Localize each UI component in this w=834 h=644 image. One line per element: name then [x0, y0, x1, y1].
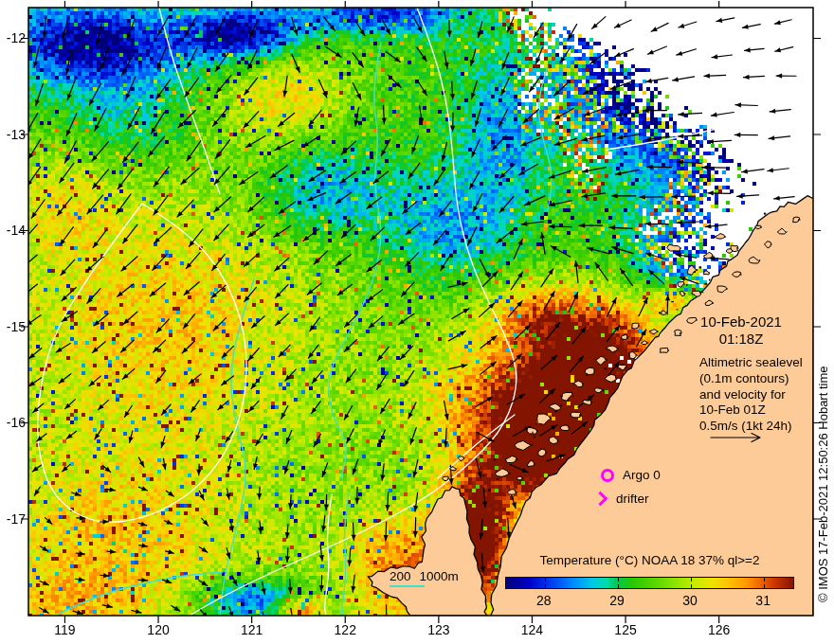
colorbar-tick-mark	[545, 584, 546, 588]
argo-float-marker-icon	[601, 469, 614, 482]
colorbar-tick-mark	[764, 584, 765, 588]
drifter-label: drifter	[616, 492, 649, 506]
bathymetry-legend: 2001000m	[390, 569, 467, 583]
colorbar-tick-mark	[691, 584, 692, 588]
altimetry-info-block: Altimetric sealevel (0.1m contours) and …	[699, 355, 803, 435]
colorbar-tick-label: 30	[676, 593, 704, 608]
colorbar-tick-mark	[691, 578, 692, 581]
lon-tick-label: 119	[50, 622, 79, 637]
lat-tick-label: -14	[1, 223, 26, 238]
argo-float-label: Argo 0	[623, 468, 661, 482]
colorbar-tick-mark	[545, 578, 546, 581]
info-line: (0.1m contours)	[699, 371, 803, 387]
lon-tick-label: 126	[705, 622, 734, 637]
lon-tick-label: 125	[611, 622, 640, 637]
timestamp-block: 10-Feb-2021 01:18Z	[666, 313, 816, 348]
colorbar-tick-mark	[618, 578, 619, 581]
lon-tick-label: 120	[144, 622, 172, 637]
lat-tick-label: -16	[1, 415, 26, 430]
lat-tick-label: -15	[1, 319, 26, 334]
lat-tick-label: -17	[1, 511, 26, 527]
colorbar-tick-label: 31	[749, 593, 777, 608]
bathy-1000-label: 1000m	[420, 569, 459, 583]
bathy-200-label: 200	[390, 569, 411, 583]
sst-map-figure: 10-Feb-2021 01:18Z Altimetric sealevel (…	[0, 0, 834, 644]
colorbar-tick-mark	[764, 578, 765, 581]
colorbar-tick-label: 28	[530, 593, 558, 608]
lon-tick-label: 124	[517, 622, 546, 637]
lat-tick-label: -12	[1, 30, 26, 45]
credit-text: © IMOS 17-Feb-2021 12:50:26 Hobart time	[816, 9, 830, 602]
lon-tick-label: 122	[331, 622, 359, 637]
colorbar-title: Temperature (°C) NOAA 18 37% ql>=2	[505, 553, 794, 567]
lat-tick-label: -13	[1, 127, 26, 142]
lon-tick-label: 121	[238, 622, 266, 637]
timestamp-time: 01:18Z	[666, 331, 816, 348]
temperature-colorbar	[505, 577, 794, 589]
colorbar-tick-mark	[618, 584, 619, 588]
info-line: 10-Feb 01Z	[699, 402, 803, 419]
info-line: 0.5m/s (1kt 24h)	[699, 419, 803, 435]
info-line: Altimetric sealevel	[699, 355, 803, 371]
lon-tick-label: 123	[425, 622, 453, 637]
info-line: and velocity for	[699, 387, 803, 403]
bathymetry-contour-sample-line	[390, 585, 425, 587]
colorbar-tick-label: 29	[603, 593, 631, 608]
timestamp-date: 10-Feb-2021	[666, 313, 816, 331]
